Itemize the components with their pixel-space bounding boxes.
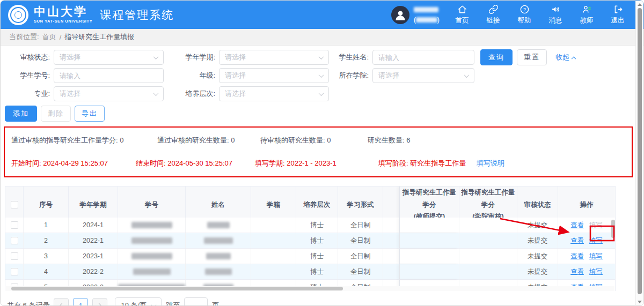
nav-home[interactable]: 首页 <box>450 4 474 25</box>
export-button[interactable]: 导出 <box>75 106 105 122</box>
table-row: 12024-1博士全日制未提交查看填写 <box>5 218 615 233</box>
fill-link[interactable]: 填写 <box>589 221 603 230</box>
filter-term: 学年学期: 请选择 <box>168 50 329 65</box>
chevron-down-icon <box>464 72 470 78</box>
fill-link[interactable]: 填写 <box>589 236 603 245</box>
filter-student-no: 学生学号: <box>9 68 168 83</box>
scroll-down-icon[interactable] <box>636 298 643 305</box>
nav-logout[interactable]: 退出 <box>606 4 630 25</box>
nav-teacher-role[interactable]: 教师 <box>575 4 598 25</box>
view-link[interactable]: 查看 <box>570 267 584 277</box>
grade-select[interactable]: 请选择 <box>219 68 329 83</box>
view-link[interactable]: 查看 <box>570 221 584 230</box>
chevron-down-icon <box>319 91 324 96</box>
delete-button[interactable]: 删除 <box>41 106 71 122</box>
chevron-down-icon <box>153 54 159 59</box>
chevron-left-icon <box>60 303 65 306</box>
cell-term: 2022-1 <box>69 233 118 248</box>
audit-status-label: 审核状态: <box>9 53 50 62</box>
row-checkbox[interactable] <box>5 218 24 233</box>
cell-credit-college <box>459 249 517 264</box>
scroll-up-icon[interactable] <box>636 1 643 8</box>
help-icon: ? <box>519 4 530 14</box>
cell-term: 2023-1 <box>69 249 118 264</box>
page-scrollbar-thumb[interactable] <box>638 8 642 294</box>
pagination: 共有 6 条记录 1 10 条/页 跳至 页 <box>1 291 643 306</box>
row-checkbox[interactable] <box>5 264 24 279</box>
cell-form: 全日制 <box>338 249 383 264</box>
current-page-button[interactable]: 1 <box>73 298 88 306</box>
view-link[interactable]: 查看 <box>570 252 584 261</box>
level-select[interactable]: 请选择 <box>219 86 329 101</box>
cell-spacer <box>383 249 399 264</box>
avatar[interactable] <box>391 6 409 24</box>
add-button[interactable]: 添加 <box>5 106 37 122</box>
brand: 中山大学 SUN YAT-SEN UNIVERSITY 课程管理系统 <box>8 5 174 25</box>
nav-links[interactable]: 链接 <box>481 4 505 25</box>
filter-audit-status: 审核状态: 请选择 <box>9 50 168 65</box>
term-select[interactable]: 请选择 <box>219 50 329 65</box>
row-checkbox[interactable] <box>5 233 24 248</box>
collapse-link[interactable]: 收起 <box>555 53 575 62</box>
fill-link[interactable]: 填写 <box>589 252 603 261</box>
logout-icon <box>613 4 623 14</box>
cell-level: 博士 <box>296 218 338 233</box>
fill-instructions-link[interactable]: 填写说明 <box>477 159 504 168</box>
breadcrumb: 当前位置: 首页 / 指导研究生工作量填报 <box>1 29 643 46</box>
page-scrollbar[interactable] <box>635 1 643 305</box>
cell-name-redacted <box>186 249 251 264</box>
header-right: () 首页 链接 ? 帮助 <box>391 4 630 25</box>
cell-status: 未提交 <box>517 233 558 248</box>
nav-help[interactable]: ? 帮助 <box>513 4 536 25</box>
stat-approved-students: 通过审核的研究生数量: 0 <box>157 136 260 145</box>
cell-status: 未提交 <box>517 218 558 233</box>
cell-credit-college <box>459 233 517 248</box>
view-link[interactable]: 查看 <box>570 236 584 245</box>
table-horizontal-scrollbar[interactable] <box>6 286 614 291</box>
link-icon <box>488 4 499 14</box>
fill-link[interactable]: 填写 <box>589 267 603 277</box>
nav-home-label: 首页 <box>456 16 469 25</box>
university-name: 中山大学 SUN YAT-SEN UNIVERSITY <box>34 6 92 24</box>
summary-box: 通过审核的指导研究生工作量学分: 0 通过审核的研究生数量: 0 待审核的研究生… <box>4 126 633 177</box>
row-checkbox[interactable] <box>5 249 24 264</box>
period-row: 开始时间: 2024-04-29 15:25:07 结束时间: 2024-05-… <box>11 159 625 168</box>
app-header: 中山大学 SUN YAT-SEN UNIVERSITY 课程管理系统 () 首页 <box>1 1 643 29</box>
audit-status-select[interactable]: 请选择 <box>54 50 164 65</box>
svg-text:?: ? <box>523 7 525 12</box>
search-button[interactable]: 查询 <box>480 49 513 65</box>
college-select[interactable]: 请选择 <box>372 68 474 83</box>
breadcrumb-current: 指导研究生工作量填报 <box>64 32 134 42</box>
reset-button[interactable]: 重置 <box>517 49 547 65</box>
filter-student-name: 学生姓名: 查询 重置 收起 <box>329 50 635 65</box>
page-size-select[interactable]: 10 条/页 <box>115 297 162 306</box>
jump-suffix: 页 <box>212 301 219 306</box>
next-page-button[interactable] <box>92 298 107 306</box>
period-terms: 填写学期: 2022-1 - 2023-1 <box>255 159 378 168</box>
cell-student-no-redacted <box>118 264 186 279</box>
chevron-up-icon <box>572 57 576 61</box>
cell-form: 全日制 <box>338 218 383 233</box>
student-name-input[interactable] <box>378 54 469 62</box>
major-select[interactable]: 请选择 <box>54 86 164 101</box>
nav-messages[interactable]: 消息 <box>544 4 567 25</box>
cell-seq: 2 <box>24 233 69 248</box>
filter-panel: 审核状态: 请选择 学年学期: 请选择 学生姓名: 查询 重置 收起 学生学号:… <box>1 46 643 102</box>
cell-credit-college <box>459 264 517 279</box>
jump-page-input[interactable] <box>184 297 208 306</box>
cell-term: 2022-2 <box>69 264 118 279</box>
table-vertical-scrollbar[interactable] <box>611 220 615 238</box>
nav-help-label: 帮助 <box>518 16 531 25</box>
filter-grade: 年级: 请选择 <box>168 68 329 83</box>
college-label: 所在学院: <box>329 71 369 80</box>
user-block[interactable]: () <box>391 5 440 25</box>
breadcrumb-home-link[interactable]: 首页 <box>42 32 56 42</box>
table-row: 32023-1博士全日制未提交查看填写 <box>5 249 615 264</box>
user-name-redacted: () <box>414 5 440 25</box>
cell-seq: 3 <box>24 249 69 264</box>
table-header: 序号 学年学期 学号 姓名 学籍 培养层次 学习形式 指导研究生工作量学分(教师… <box>5 186 615 218</box>
cell-credit-teacher <box>399 218 459 233</box>
prev-page-button[interactable] <box>54 298 69 306</box>
filter-college: 所在学院: 请选择 <box>329 68 635 83</box>
student-no-input[interactable] <box>60 72 158 80</box>
